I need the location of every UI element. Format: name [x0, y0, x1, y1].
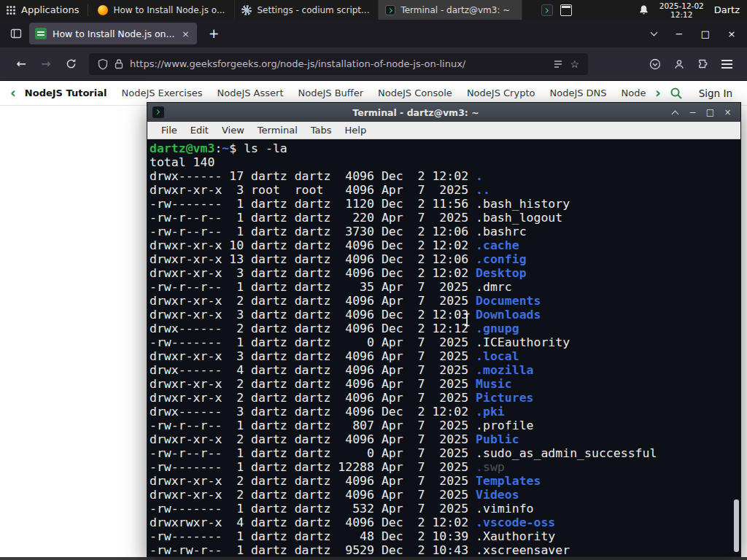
extensions-icon[interactable] [697, 58, 709, 70]
file-meta: -rw------- 1 dartz dartz 1120 Dec 2 11:5… [150, 197, 476, 211]
terminal-line: drwxr-xr-x 2 dartz dartz 4096 Apr 7 2025… [150, 294, 740, 308]
terminal-screen[interactable]: dartz@vm3:~$ ls -la total 140 drwx------… [147, 139, 740, 556]
nav-scroll-right-icon[interactable]: › [655, 86, 661, 100]
tracking-protection-shield-icon[interactable] [98, 58, 108, 70]
terminal-title: Terminal - dartz@vm3: ~ [170, 107, 662, 118]
terminal-line: -rw------- 1 dartz dartz 12288 Apr 7 202… [150, 460, 740, 474]
file-meta: -rw-r--r-- 1 dartz dartz 3730 Dec 2 12:0… [150, 225, 476, 238]
url-text[interactable]: https://www.geeksforgeeks.org/node-js/in… [130, 58, 546, 69]
window-controls: − □ × [643, 23, 747, 44]
applications-menu-button[interactable]: Applications [0, 0, 88, 20]
firefox-view-button[interactable] [6, 23, 26, 44]
search-icon[interactable] [670, 87, 683, 100]
clock-date: 2025-12-02 [659, 1, 704, 10]
terminal-line: drwx------ 3 dartz dartz 4096 Dec 2 12:0… [150, 405, 740, 419]
terminal-line: -rw-r--r-- 1 dartz dartz 0 Apr 7 2025 .s… [150, 446, 740, 460]
task-button[interactable]: Settings - codium script... [235, 0, 379, 20]
terminal-line: drwxr-xr-x 3 dartz dartz 4096 Dec 2 12:0… [150, 308, 740, 322]
file-meta: -rw-r--r-- 1 dartz dartz 807 Apr 7 2025 [150, 419, 476, 432]
user-label: Dartz [714, 4, 740, 15]
terminal-menu-item[interactable]: Terminal [251, 122, 304, 138]
back-button[interactable]: ← [9, 53, 34, 75]
prompt-path: ~ [222, 141, 229, 155]
https-lock-icon[interactable] [115, 58, 123, 69]
tab-close-icon[interactable]: × [180, 28, 191, 39]
terminal-menu-item[interactable]: Tabs [304, 122, 338, 138]
tray-terminal-icon[interactable] [541, 4, 553, 16]
terminal-menu-item[interactable]: View [215, 122, 251, 138]
terminal-maximize-button[interactable]: □ [703, 105, 718, 120]
browser-tab[interactable]: How to Install Node.js on... × [29, 23, 197, 44]
nav-scroll-left-icon[interactable]: ‹ [10, 86, 16, 100]
clock[interactable]: 2025-12-02 12:12 [659, 1, 704, 19]
file-name: Music [476, 377, 512, 391]
url-bar[interactable]: https://www.geeksforgeeks.org/node-js/in… [89, 53, 588, 75]
file-meta: drwxr-xr-x 2 dartz dartz 4096 Apr 7 2025 [150, 294, 476, 308]
bookmark-star-icon[interactable]: ☆ [570, 58, 579, 70]
gfg-nav-item[interactable]: NodeJS Console [378, 88, 452, 98]
file-name: Desktop [476, 266, 527, 280]
pocket-icon[interactable] [649, 58, 661, 70]
sign-in-link[interactable]: Sign In [699, 88, 732, 99]
forward-button[interactable]: → [34, 53, 58, 75]
file-meta: drwxr-xr-x 3 dartz dartz 4096 Dec 2 12:0… [150, 308, 476, 322]
terminal-minimize-button[interactable]: − [685, 105, 700, 120]
file-name: Videos [476, 488, 519, 502]
clock-time: 12:12 [659, 10, 704, 19]
file-meta: -rw------- 1 dartz dartz 48 Dec 2 10:39 [150, 529, 476, 543]
file-name: .bash_history [476, 197, 570, 211]
task-button[interactable]: Terminal - dartz@vm3: ~ [379, 0, 522, 20]
tray-window-icon[interactable] [560, 4, 572, 16]
account-icon[interactable] [673, 58, 685, 70]
gfg-nav-item[interactable]: Node [622, 88, 646, 98]
task-button[interactable]: How to Install Node.js o... [91, 0, 235, 20]
file-meta: drwxrwxr-x 4 dartz dartz 4096 Dec 2 12:0… [150, 516, 476, 529]
gfg-nav-item[interactable]: NodeJS Tutorial [25, 88, 107, 98]
terminal-line: drwx------ 2 dartz dartz 4096 Dec 2 12:1… [150, 322, 740, 335]
terminal-close-button[interactable]: × [720, 105, 735, 120]
file-name: .cache [476, 238, 519, 252]
terminal-line: drwxrwxr-x 4 dartz dartz 4096 Dec 2 12:0… [150, 516, 740, 529]
list-all-tabs-button[interactable] [643, 23, 664, 44]
prompt-dollar: $ [229, 141, 244, 155]
reload-button[interactable] [58, 53, 83, 75]
reader-mode-icon[interactable] [553, 59, 563, 69]
file-meta: drwx------ 17 dartz dartz 4096 Dec 2 12:… [150, 169, 476, 183]
terminal-line: drwxr-xr-x 10 dartz dartz 4096 Dec 2 12:… [150, 238, 740, 252]
gfg-nav-item[interactable]: NodeJS Crypto [467, 88, 535, 98]
file-meta: drwx------ 4 dartz dartz 4096 Apr 7 2025 [150, 363, 476, 377]
system-tray [541, 4, 572, 16]
file-meta: drwx------ 2 dartz dartz 4096 Dec 2 12:1… [150, 322, 476, 335]
gfg-nav-item[interactable]: NodeJS Exercises [121, 88, 202, 98]
menu-button[interactable] [721, 54, 732, 74]
terminal-shade-button[interactable] [667, 105, 683, 120]
gfg-nav-item[interactable]: NodeJS DNS [549, 88, 606, 98]
firefox-view-icon [10, 28, 22, 39]
hamburger-icon [721, 63, 732, 65]
file-name: .ICEauthority [476, 335, 570, 349]
file-name: . [476, 169, 483, 183]
terminal-scrollbar-thumb[interactable] [734, 499, 739, 552]
window-maximize-button[interactable]: □ [694, 23, 716, 44]
terminal-line: drwxr-xr-x 2 dartz dartz 4096 Apr 7 2025… [150, 391, 740, 405]
notification-bell-icon[interactable] [638, 4, 649, 15]
reload-icon [66, 58, 77, 69]
window-minimize-button[interactable]: − [668, 23, 690, 44]
window-close-button[interactable]: × [721, 23, 743, 44]
file-name: .profile [476, 419, 533, 432]
terminal-listing: drwx------ 17 dartz dartz 4096 Dec 2 12:… [150, 169, 740, 556]
gfg-nav-item[interactable]: NodeJS Assert [217, 88, 283, 98]
file-name: .. [476, 183, 490, 197]
terminal-menu-item[interactable]: File [155, 122, 184, 138]
terminal-line: -rw------- 1 dartz dartz 532 Apr 7 2025 … [150, 502, 740, 516]
terminal-total-line: total 140 [150, 155, 740, 169]
terminal-line: drwxr-xr-x 13 dartz dartz 4096 Dec 2 12:… [150, 252, 740, 266]
file-meta: drwxr-xr-x 3 dartz dartz 4096 Apr 7 2025 [150, 349, 476, 363]
terminal-window: Terminal - dartz@vm3: ~ − □ × FileEditVi… [147, 102, 741, 557]
gfg-nav-item[interactable]: NodeJS Buffer [298, 88, 364, 98]
new-tab-button[interactable]: + [204, 26, 223, 41]
applications-grid-icon [6, 5, 16, 15]
terminal-menu-item[interactable]: Edit [184, 122, 215, 138]
terminal-menu-item[interactable]: Help [338, 122, 374, 138]
terminal-titlebar[interactable]: Terminal - dartz@vm3: ~ − □ × [147, 103, 740, 122]
